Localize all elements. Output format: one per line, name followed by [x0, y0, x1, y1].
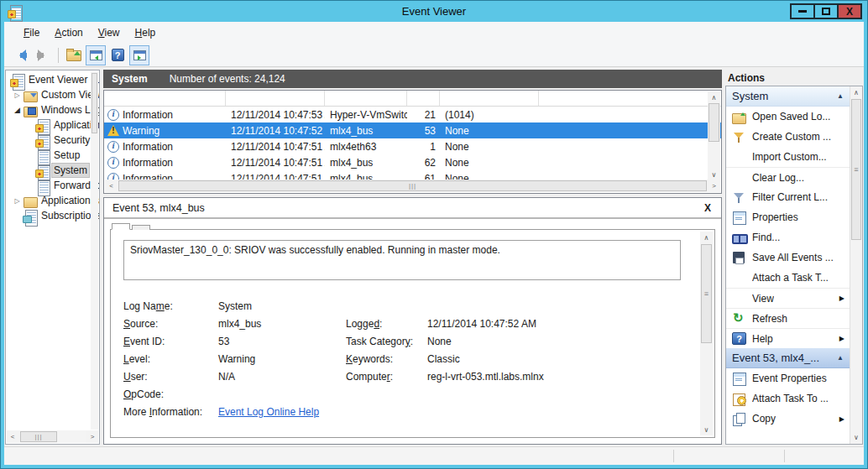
action-item[interactable]: Open Saved Lo... [726, 107, 850, 127]
column-header[interactable] [104, 91, 226, 106]
menu-item[interactable]: Help [128, 23, 164, 42]
date-cell: 12/11/2014 10:47:51 AM [226, 141, 325, 153]
action-item[interactable]: Attach Task To ... [726, 388, 850, 409]
task-category-cell: None [440, 141, 539, 153]
event-row[interactable]: Warning 12/11/2014 10:47:52 AM mlx4_bus … [104, 122, 721, 138]
scroll-up-button[interactable]: ∧ [708, 91, 720, 103]
action-item[interactable]: Save All Events ... [726, 248, 850, 268]
menu-item[interactable]: Action [47, 23, 90, 42]
tab[interactable] [112, 223, 130, 230]
tree-item[interactable]: System [6, 163, 99, 178]
tree-item[interactable]: Setup [6, 148, 99, 163]
toolbar-button[interactable] [33, 45, 53, 65]
action-item[interactable]: Clear Log... [726, 167, 850, 187]
minimize-icon [798, 10, 807, 13]
scrollbar-thumb[interactable]: ||| [118, 180, 707, 191]
action-label: Save All Events ... [752, 252, 834, 263]
scroll-right-button[interactable]: > [86, 430, 98, 443]
action-item[interactable]: Properties [726, 207, 850, 227]
toolbar-button[interactable] [86, 45, 106, 65]
list-vertical-scrollbar[interactable]: ∧ ∨ [708, 91, 720, 180]
action-item[interactable]: Import Custom... [726, 147, 850, 167]
tree-vertical-scrollbar[interactable] [91, 71, 98, 430]
collapsed-expander-icon[interactable]: ▷ [11, 91, 24, 99]
actions-group-header-event[interactable]: Event 53, mlx4_... ▲ [726, 348, 850, 368]
action-label: Properties [752, 211, 798, 223]
collapsed-expander-icon[interactable]: ▷ [11, 197, 24, 205]
event-viewer-window: Event Viewer X FileActionViewHelp Event … [0, 0, 868, 469]
tab[interactable] [132, 225, 150, 230]
scroll-up-button[interactable]: ∧ [850, 86, 862, 99]
minimize-button[interactable] [790, 3, 815, 19]
actions-vertical-scrollbar[interactable]: ∧ ≡ ∨ [850, 86, 862, 444]
close-button[interactable]: X [837, 3, 862, 19]
collapse-arrow-icon[interactable]: ▲ [837, 92, 844, 100]
scrollbar-thumb[interactable]: ≡ [851, 99, 861, 240]
actions-group-header-system[interactable]: System ▲ [726, 86, 850, 107]
action-item[interactable]: Copy ▶ [726, 409, 850, 429]
level-cell: Information [104, 141, 226, 153]
expanded-expander-icon[interactable]: ◢ [11, 106, 24, 114]
event-message: SriovMaster_130_0_0: SRIOV was successfu… [123, 240, 681, 280]
action-item[interactable]: Filter Current L... [726, 187, 850, 207]
column-header[interactable] [407, 91, 440, 106]
scroll-up-button[interactable]: ∧ [700, 232, 713, 243]
event-row[interactable]: Information 12/11/2014 10:47:51 AM mlx4_… [104, 154, 721, 170]
tree-item[interactable]: Application [6, 117, 99, 133]
general-tab-content: SriovMaster_130_0_0: SRIOV was successfu… [110, 229, 715, 438]
maximize-button[interactable] [813, 3, 839, 19]
event-row[interactable]: Information 12/11/2014 10:47:51 AM mlx4e… [104, 138, 721, 154]
action-item[interactable]: Event Properties [726, 368, 850, 388]
copy-icon [732, 412, 746, 425]
tree-item[interactable]: Subscriptions [6, 208, 99, 223]
scrollbar-thumb[interactable]: ||| [20, 431, 57, 442]
tree-item[interactable]: Forwarded Events [6, 178, 99, 193]
detail-vertical-scrollbar[interactable]: ∧ ≡ ∨ [700, 232, 713, 435]
task-icon [732, 392, 746, 405]
toolbar-button[interactable] [129, 45, 149, 65]
scroll-left-button[interactable]: < [105, 180, 118, 192]
detail-close-button[interactable]: X [703, 202, 713, 214]
tree-item[interactable]: ◢ Windows Logs [6, 102, 99, 117]
menu-item[interactable]: File [16, 23, 47, 42]
toolbar-button[interactable] [107, 45, 128, 65]
column-header[interactable] [440, 91, 539, 106]
tree-item[interactable]: ▷ Applications and Services Logs [6, 193, 99, 208]
scroll-down-button[interactable]: ∨ [708, 169, 720, 180]
toolbar-button[interactable] [11, 45, 31, 65]
menu-item[interactable]: View [91, 23, 128, 42]
event-log-online-help-link[interactable]: Event Log Online Help [218, 406, 319, 418]
maximize-icon [822, 8, 830, 15]
scroll-right-button[interactable]: > [708, 180, 720, 192]
action-item[interactable]: Help ▶ [726, 328, 850, 348]
event-row[interactable]: Information 12/11/2014 10:47:53 AM Hyper… [104, 107, 721, 122]
tree-horizontal-scrollbar[interactable]: < ||| > [7, 430, 98, 443]
scrollbar-thumb[interactable]: ≡ [701, 244, 712, 343]
funnel-icon [732, 190, 746, 204]
scroll-left-button[interactable]: < [7, 430, 18, 443]
list-horizontal-scrollbar[interactable]: < ||| > [105, 180, 720, 192]
back-icon [13, 50, 29, 61]
log-badge-icon [36, 164, 50, 177]
scroll-down-button[interactable]: ∨ [700, 424, 713, 435]
scrollbar-thumb[interactable] [709, 103, 719, 142]
subscriptions-icon [24, 210, 37, 222]
toolbar-button[interactable] [64, 45, 84, 65]
action-label: Copy [752, 413, 776, 425]
action-item[interactable]: Find... [726, 227, 850, 248]
scrollbar-thumb[interactable] [92, 73, 97, 133]
tree-item[interactable]: Event Viewer (Local) [6, 72, 99, 87]
column-header[interactable] [325, 91, 407, 106]
action-item[interactable]: Refresh [726, 308, 850, 328]
event-rows: Information 12/11/2014 10:47:53 AM Hyper… [104, 107, 721, 180]
scroll-down-button[interactable]: ∨ [850, 431, 862, 444]
log-plain-icon [36, 180, 50, 192]
column-header[interactable] [226, 91, 325, 106]
action-item[interactable]: View ▶ [726, 288, 850, 308]
action-item[interactable]: Create Custom ... [726, 127, 850, 147]
date-cell: 12/11/2014 10:47:51 AM [226, 157, 325, 169]
tree-item[interactable]: Security [6, 133, 99, 148]
action-item[interactable]: Attach a Task T... [726, 268, 850, 288]
collapse-arrow-icon[interactable]: ▲ [837, 354, 844, 362]
task-category-cell: (1014) [440, 109, 539, 121]
